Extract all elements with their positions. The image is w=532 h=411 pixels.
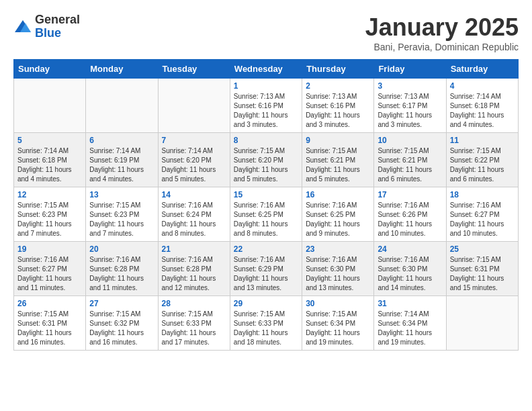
day-info: Sunrise: 7:15 AM Sunset: 6:21 PM Dayligh…	[378, 146, 442, 184]
weekday-header-saturday: Saturday	[446, 60, 518, 79]
calendar-cell: 5Sunrise: 7:14 AM Sunset: 6:18 PM Daylig…	[14, 133, 86, 187]
day-info: Sunrise: 7:15 AM Sunset: 6:22 PM Dayligh…	[450, 146, 515, 184]
day-number: 17	[378, 190, 442, 199]
day-info: Sunrise: 7:15 AM Sunset: 6:23 PM Dayligh…	[89, 201, 154, 238]
day-number: 31	[378, 299, 442, 308]
day-number: 6	[89, 136, 154, 145]
calendar-cell: 28Sunrise: 7:15 AM Sunset: 6:33 PM Dayli…	[158, 296, 230, 351]
day-info: Sunrise: 7:16 AM Sunset: 6:27 PM Dayligh…	[450, 201, 515, 238]
weekday-header-tuesday: Tuesday	[158, 60, 230, 79]
calendar-cell: 30Sunrise: 7:15 AM Sunset: 6:34 PM Dayli…	[302, 296, 374, 351]
calendar-cell: 6Sunrise: 7:14 AM Sunset: 6:19 PM Daylig…	[86, 133, 158, 187]
calendar-cell: 14Sunrise: 7:16 AM Sunset: 6:24 PM Dayli…	[158, 187, 230, 242]
day-info: Sunrise: 7:16 AM Sunset: 6:25 PM Dayligh…	[306, 201, 370, 238]
day-number: 3	[378, 81, 442, 91]
day-info: Sunrise: 7:16 AM Sunset: 6:28 PM Dayligh…	[89, 255, 154, 293]
weekday-header-sunday: Sunday	[14, 60, 86, 79]
day-number: 19	[17, 244, 82, 254]
calendar-cell: 3Sunrise: 7:13 AM Sunset: 6:17 PM Daylig…	[374, 79, 446, 133]
day-number: 26	[17, 299, 82, 308]
day-info: Sunrise: 7:15 AM Sunset: 6:20 PM Dayligh…	[234, 146, 298, 184]
day-info: Sunrise: 7:13 AM Sunset: 6:16 PM Dayligh…	[306, 92, 370, 130]
calendar-cell: 4Sunrise: 7:14 AM Sunset: 6:18 PM Daylig…	[446, 79, 518, 133]
day-info: Sunrise: 7:16 AM Sunset: 6:28 PM Dayligh…	[162, 255, 226, 293]
calendar-cell: 1Sunrise: 7:13 AM Sunset: 6:16 PM Daylig…	[230, 79, 302, 133]
day-number: 9	[306, 136, 370, 145]
calendar-cell: 31Sunrise: 7:14 AM Sunset: 6:34 PM Dayli…	[374, 296, 446, 351]
calendar-header: SundayMondayTuesdayWednesdayThursdayFrid…	[14, 60, 519, 79]
weekday-header-wednesday: Wednesday	[230, 60, 302, 79]
day-number: 21	[162, 244, 226, 254]
calendar-subtitle: Bani, Peravia, Dominican Republic	[365, 42, 519, 52]
calendar-cell: 13Sunrise: 7:15 AM Sunset: 6:23 PM Dayli…	[86, 187, 158, 242]
calendar-cell: 21Sunrise: 7:16 AM Sunset: 6:28 PM Dayli…	[158, 242, 230, 296]
calendar-cell: 11Sunrise: 7:15 AM Sunset: 6:22 PM Dayli…	[446, 133, 518, 187]
calendar-cell: 20Sunrise: 7:16 AM Sunset: 6:28 PM Dayli…	[86, 242, 158, 296]
logo-text: General Blue	[35, 13, 80, 40]
weekday-header-thursday: Thursday	[302, 60, 374, 79]
calendar-cell: 17Sunrise: 7:16 AM Sunset: 6:26 PM Dayli…	[374, 187, 446, 242]
day-number: 25	[450, 244, 515, 254]
day-number: 24	[378, 244, 442, 254]
title-block: January 2025 Bani, Peravia, Dominican Re…	[365, 13, 519, 52]
logo-blue-text: Blue	[35, 27, 80, 40]
day-info: Sunrise: 7:16 AM Sunset: 6:26 PM Dayligh…	[378, 201, 442, 238]
day-number: 18	[450, 190, 515, 199]
calendar-cell: 10Sunrise: 7:15 AM Sunset: 6:21 PM Dayli…	[374, 133, 446, 187]
calendar-cell: 29Sunrise: 7:15 AM Sunset: 6:33 PM Dayli…	[230, 296, 302, 351]
day-info: Sunrise: 7:14 AM Sunset: 6:19 PM Dayligh…	[89, 146, 154, 184]
day-number: 16	[306, 190, 370, 199]
day-info: Sunrise: 7:14 AM Sunset: 6:18 PM Dayligh…	[450, 92, 515, 130]
day-number: 2	[306, 81, 370, 91]
day-info: Sunrise: 7:14 AM Sunset: 6:34 PM Dayligh…	[378, 310, 442, 347]
day-info: Sunrise: 7:13 AM Sunset: 6:16 PM Dayligh…	[234, 92, 298, 130]
calendar-week-row: 1Sunrise: 7:13 AM Sunset: 6:16 PM Daylig…	[14, 79, 519, 133]
day-info: Sunrise: 7:13 AM Sunset: 6:17 PM Dayligh…	[378, 92, 442, 130]
day-number: 28	[162, 299, 226, 308]
logo: General Blue	[13, 13, 80, 40]
day-number: 8	[234, 136, 298, 145]
calendar-cell: 8Sunrise: 7:15 AM Sunset: 6:20 PM Daylig…	[230, 133, 302, 187]
day-info: Sunrise: 7:15 AM Sunset: 6:33 PM Dayligh…	[162, 310, 226, 347]
day-number: 4	[450, 81, 515, 91]
weekday-header-friday: Friday	[374, 60, 446, 79]
day-number: 29	[234, 299, 298, 308]
calendar-cell: 24Sunrise: 7:16 AM Sunset: 6:30 PM Dayli…	[374, 242, 446, 296]
day-info: Sunrise: 7:14 AM Sunset: 6:20 PM Dayligh…	[162, 146, 226, 184]
calendar-week-row: 26Sunrise: 7:15 AM Sunset: 6:31 PM Dayli…	[14, 296, 519, 351]
logo-icon	[13, 17, 32, 36]
calendar-cell: 19Sunrise: 7:16 AM Sunset: 6:27 PM Dayli…	[14, 242, 86, 296]
calendar-cell: 25Sunrise: 7:15 AM Sunset: 6:31 PM Dayli…	[446, 242, 518, 296]
calendar-cell: 18Sunrise: 7:16 AM Sunset: 6:27 PM Dayli…	[446, 187, 518, 242]
day-number: 22	[234, 244, 298, 254]
day-info: Sunrise: 7:16 AM Sunset: 6:25 PM Dayligh…	[234, 201, 298, 238]
day-info: Sunrise: 7:15 AM Sunset: 6:21 PM Dayligh…	[306, 146, 370, 184]
day-number: 14	[162, 190, 226, 199]
day-info: Sunrise: 7:15 AM Sunset: 6:33 PM Dayligh…	[234, 310, 298, 347]
day-number: 1	[234, 81, 298, 91]
day-number: 23	[306, 244, 370, 254]
calendar-cell	[158, 79, 230, 133]
calendar-week-row: 12Sunrise: 7:15 AM Sunset: 6:23 PM Dayli…	[14, 187, 519, 242]
day-info: Sunrise: 7:14 AM Sunset: 6:18 PM Dayligh…	[17, 146, 82, 184]
weekday-header-monday: Monday	[86, 60, 158, 79]
day-number: 15	[234, 190, 298, 199]
calendar-cell	[86, 79, 158, 133]
weekday-header-row: SundayMondayTuesdayWednesdayThursdayFrid…	[14, 60, 519, 79]
day-info: Sunrise: 7:15 AM Sunset: 6:31 PM Dayligh…	[450, 255, 515, 293]
day-info: Sunrise: 7:16 AM Sunset: 6:27 PM Dayligh…	[17, 255, 82, 293]
calendar-cell: 22Sunrise: 7:16 AM Sunset: 6:29 PM Dayli…	[230, 242, 302, 296]
calendar-cell: 27Sunrise: 7:15 AM Sunset: 6:32 PM Dayli…	[86, 296, 158, 351]
day-number: 11	[450, 136, 515, 145]
day-info: Sunrise: 7:15 AM Sunset: 6:34 PM Dayligh…	[306, 310, 370, 347]
calendar-body: 1Sunrise: 7:13 AM Sunset: 6:16 PM Daylig…	[14, 79, 519, 351]
day-info: Sunrise: 7:16 AM Sunset: 6:24 PM Dayligh…	[162, 201, 226, 238]
calendar-cell: 9Sunrise: 7:15 AM Sunset: 6:21 PM Daylig…	[302, 133, 374, 187]
day-number: 5	[17, 136, 82, 145]
day-number: 10	[378, 136, 442, 145]
day-info: Sunrise: 7:16 AM Sunset: 6:30 PM Dayligh…	[306, 255, 370, 293]
calendar-table: SundayMondayTuesdayWednesdayThursdayFrid…	[13, 59, 519, 351]
calendar-cell: 26Sunrise: 7:15 AM Sunset: 6:31 PM Dayli…	[14, 296, 86, 351]
day-info: Sunrise: 7:16 AM Sunset: 6:30 PM Dayligh…	[378, 255, 442, 293]
day-info: Sunrise: 7:15 AM Sunset: 6:32 PM Dayligh…	[89, 310, 154, 347]
